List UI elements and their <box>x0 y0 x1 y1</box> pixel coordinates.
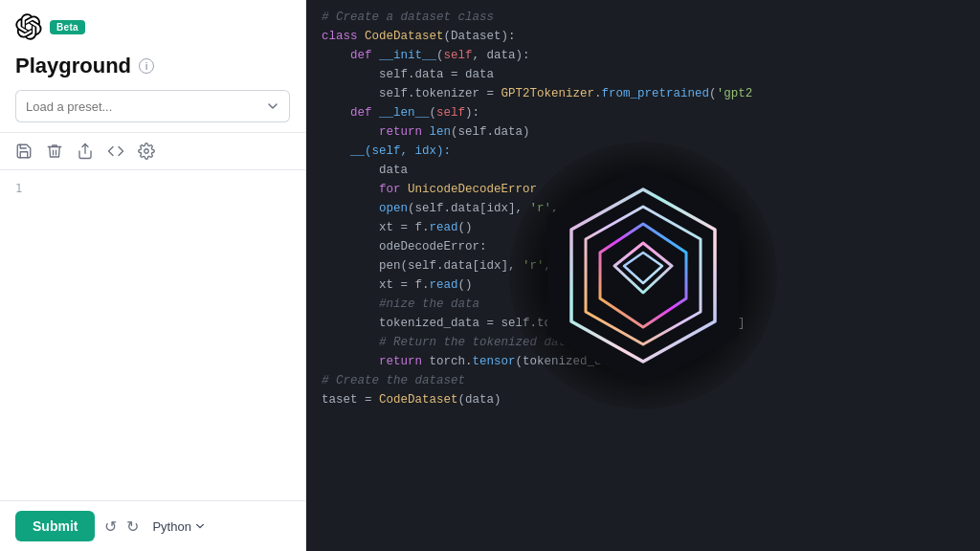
page-title: Playground <box>15 54 131 78</box>
editor-area[interactable]: 1 <box>0 170 305 500</box>
line-number: 1 <box>15 182 22 195</box>
code-line: def __init__(self, data): <box>322 46 965 65</box>
code-icon[interactable] <box>107 143 124 160</box>
openai-logo <box>15 13 42 40</box>
svg-marker-2 <box>547 165 739 386</box>
info-icon[interactable]: i <box>139 58 154 74</box>
toolbar <box>0 133 305 170</box>
submit-button[interactable]: Submit <box>15 511 95 541</box>
code-line: self.data = data <box>322 65 965 84</box>
save-icon[interactable] <box>15 143 33 160</box>
chevron-down-icon <box>267 100 278 112</box>
title-row: Playground i <box>15 54 290 78</box>
share-icon[interactable] <box>77 143 94 160</box>
preset-input[interactable] <box>15 90 256 122</box>
left-panel: Beta Playground i <box>0 0 306 551</box>
undo-button[interactable]: ↺ <box>104 518 117 536</box>
lang-chevron-icon <box>195 521 205 531</box>
beta-badge: Beta <box>50 20 85 34</box>
code-line: self.tokenizer = GPT2Tokenizer.from_pret… <box>322 84 965 103</box>
header: Beta Playground i <box>0 0 305 133</box>
settings-icon[interactable] <box>138 143 155 160</box>
logo-row: Beta <box>15 13 290 40</box>
redo-button[interactable]: ↻ <box>126 518 139 536</box>
delete-icon[interactable] <box>46 143 63 160</box>
hex-logo <box>538 161 748 390</box>
code-line: # Create a dataset class <box>322 8 965 27</box>
bottom-bar: Submit ↺ ↻ Python <box>0 500 305 551</box>
code-line: class CodeDataset(Dataset): <box>322 27 965 46</box>
code-line: def __len__(self): <box>322 103 965 122</box>
svg-point-1 <box>145 149 149 154</box>
preset-dropdown-button[interactable] <box>256 90 290 122</box>
right-panel: # Create a dataset class class CodeDatas… <box>306 0 980 551</box>
language-label: Python <box>152 519 190 534</box>
code-line: return len(self.data) <box>322 122 965 142</box>
language-selector[interactable]: Python <box>152 519 204 534</box>
preset-row <box>15 90 290 122</box>
hex-logo-overlay <box>538 161 748 390</box>
